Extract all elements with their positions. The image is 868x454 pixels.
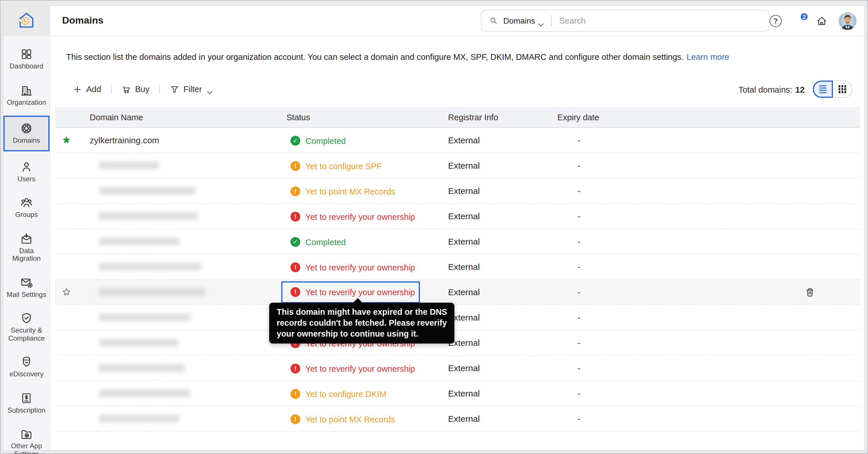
add-domain-button[interactable]: Add bbox=[72, 84, 101, 94]
domain-name[interactable]: zylkertraining.com bbox=[90, 135, 159, 145]
chevron-down-icon bbox=[207, 87, 212, 91]
status-badge[interactable]: !Yet to reverify your ownership bbox=[290, 287, 415, 297]
table-row[interactable]: !Yet to reverify your ownershipExternal- bbox=[55, 356, 860, 381]
favorite-star-outline-icon[interactable] bbox=[61, 286, 72, 298]
search-input[interactable] bbox=[559, 16, 762, 25]
sidebar-item-dashboard[interactable]: Dashboard bbox=[3, 44, 50, 74]
sidebar-item-subscription[interactable]: Subscription bbox=[3, 388, 50, 418]
globe-icon bbox=[20, 122, 33, 134]
table-row[interactable]: !Yet to point MX RecordsExternal- bbox=[55, 406, 860, 431]
registrar-cell: External bbox=[448, 312, 557, 322]
table-row[interactable]: !Yet to configure SPFExternal- bbox=[55, 153, 860, 178]
search-bar[interactable]: Domains bbox=[481, 10, 770, 32]
tooltip-line: your ownership to continue using it. bbox=[277, 329, 447, 339]
status-badge[interactable]: !Yet to configure SPF bbox=[290, 161, 382, 171]
table-row[interactable]: !Yet to reverify your ownershipExternal- bbox=[55, 280, 860, 305]
sidebar-item-users[interactable]: Users bbox=[3, 156, 50, 187]
section-description: This section list the domains added in y… bbox=[66, 52, 847, 62]
domain-cell: zylkertraining.com bbox=[81, 135, 286, 145]
list-view-icon bbox=[819, 85, 827, 93]
app-logo[interactable] bbox=[3, 6, 50, 36]
domain-cell bbox=[81, 288, 286, 296]
domain-name-blurred bbox=[99, 288, 205, 296]
registrar-cell: External bbox=[448, 186, 557, 195]
domain-name-blurred bbox=[99, 364, 185, 372]
status-cell: !Yet to reverify your ownership bbox=[286, 211, 448, 221]
sidebar-item-organization[interactable]: Organization bbox=[3, 80, 50, 111]
status-badge[interactable]: ✓Completed bbox=[290, 136, 346, 146]
table-row[interactable]: !Yet to reverify your ownershipExternal- bbox=[55, 305, 860, 330]
grid-view-button[interactable] bbox=[833, 81, 852, 98]
learn-more-link[interactable]: Learn more bbox=[686, 52, 729, 62]
sidebar-item-data-migration[interactable]: Data Migration bbox=[3, 228, 50, 267]
status-alert-icon: ! bbox=[290, 389, 300, 399]
column-header-domain: Domain Name bbox=[81, 113, 286, 122]
table-row[interactable]: !Yet to configure DKIMExternal- bbox=[55, 381, 860, 406]
shield-check-icon bbox=[20, 312, 33, 325]
sidebar: DashboardOrganizationDomainsUsersGroupsD… bbox=[3, 6, 50, 450]
table-row[interactable]: ✓CompletedExternal- bbox=[55, 229, 860, 254]
status-badge[interactable]: !Yet to point MX Records bbox=[290, 414, 395, 424]
expiry-cell: - bbox=[557, 237, 860, 246]
table-row[interactable]: zylkertraining.com✓CompletedExternal- bbox=[55, 128, 860, 153]
favorite-cell bbox=[55, 134, 81, 146]
add-label: Add bbox=[86, 85, 101, 94]
main-content: This section list the domains added in y… bbox=[50, 37, 864, 450]
status-label: Yet to configure DKIM bbox=[305, 389, 386, 398]
domain-name-blurred bbox=[99, 187, 195, 194]
zoho-mail-admin-logo-icon bbox=[16, 9, 37, 33]
registrar-cell: External bbox=[448, 388, 557, 398]
home-button[interactable] bbox=[816, 15, 828, 27]
sidebar-item-domains[interactable]: Domains bbox=[3, 116, 50, 151]
status-check-icon: ✓ bbox=[290, 136, 300, 146]
list-view-button[interactable] bbox=[813, 81, 833, 98]
status-cell: !Yet to point MX Records bbox=[286, 413, 448, 424]
sidebar-item-mail-settings[interactable]: Mail Settings bbox=[3, 272, 50, 303]
help-button[interactable]: ? bbox=[770, 15, 782, 27]
expiry-cell: - bbox=[557, 160, 860, 170]
status-label: Completed bbox=[305, 136, 346, 145]
registrar-cell: External bbox=[448, 237, 557, 246]
user-avatar[interactable] bbox=[839, 12, 857, 30]
sidebar-item-groups[interactable]: Groups bbox=[3, 192, 50, 223]
status-alert-icon: ! bbox=[290, 364, 300, 373]
registrar-cell: External bbox=[448, 160, 557, 170]
status-cell: !Yet to reverify your ownership bbox=[286, 363, 448, 373]
favorite-star-icon[interactable] bbox=[61, 134, 72, 146]
status-badge[interactable]: !Yet to reverify your ownership bbox=[290, 364, 415, 373]
table-row[interactable]: !Yet to reverify your ownershipExternal- bbox=[55, 330, 860, 356]
status-cell: ✓Completed bbox=[286, 236, 448, 247]
notifications-button[interactable]: 2 bbox=[793, 15, 805, 27]
status-badge[interactable]: !Yet to point MX Records bbox=[290, 186, 395, 196]
status-badge[interactable]: !Yet to reverify your ownership bbox=[290, 212, 415, 221]
status-badge[interactable]: !Yet to reverify your ownership bbox=[290, 262, 415, 272]
delete-domain-button[interactable] bbox=[804, 286, 816, 298]
sidebar-item-ediscovery[interactable]: eDiscovery bbox=[3, 352, 50, 382]
status-cell: !Yet to configure DKIM bbox=[286, 388, 448, 399]
table-row[interactable]: !Yet to reverify your ownershipExternal- bbox=[55, 204, 860, 229]
sidebar-item-label: Other App Settings bbox=[5, 443, 48, 454]
toolbar-divider bbox=[111, 85, 112, 94]
search-divider bbox=[551, 15, 552, 27]
domain-cell bbox=[81, 162, 286, 169]
expiry-cell: - bbox=[557, 211, 860, 221]
table-row[interactable]: !Yet to point MX RecordsExternal- bbox=[55, 178, 860, 204]
organization-icon bbox=[20, 84, 33, 96]
table-row[interactable]: !Yet to reverify your ownershipExternal- bbox=[55, 254, 860, 280]
data-migration-icon bbox=[20, 232, 33, 245]
subscription-icon bbox=[20, 392, 33, 404]
status-badge[interactable]: !Yet to configure DKIM bbox=[290, 389, 386, 399]
domain-cell bbox=[81, 415, 286, 422]
reverify-tooltip: This domain might have expired or the DN… bbox=[269, 303, 455, 343]
status-alert-icon: ! bbox=[290, 262, 300, 272]
screenshot-frame: DashboardOrganizationDomainsUsersGroupsD… bbox=[0, 0, 868, 454]
status-label: Yet to reverify your ownership bbox=[305, 212, 415, 221]
filter-button[interactable]: Filter bbox=[170, 84, 212, 94]
tooltip-line: This domain might have expired or the DN… bbox=[277, 307, 447, 317]
sidebar-item-other-app-settings[interactable]: Other App Settings bbox=[3, 424, 50, 454]
search-scope-dropdown[interactable]: Domains bbox=[503, 16, 544, 25]
status-badge[interactable]: ✓Completed bbox=[290, 237, 346, 247]
buy-domain-button[interactable]: Buy bbox=[121, 84, 150, 94]
status-check-icon: ✓ bbox=[290, 237, 300, 247]
sidebar-item-security-compliance[interactable]: Security & Compliance bbox=[3, 308, 50, 346]
